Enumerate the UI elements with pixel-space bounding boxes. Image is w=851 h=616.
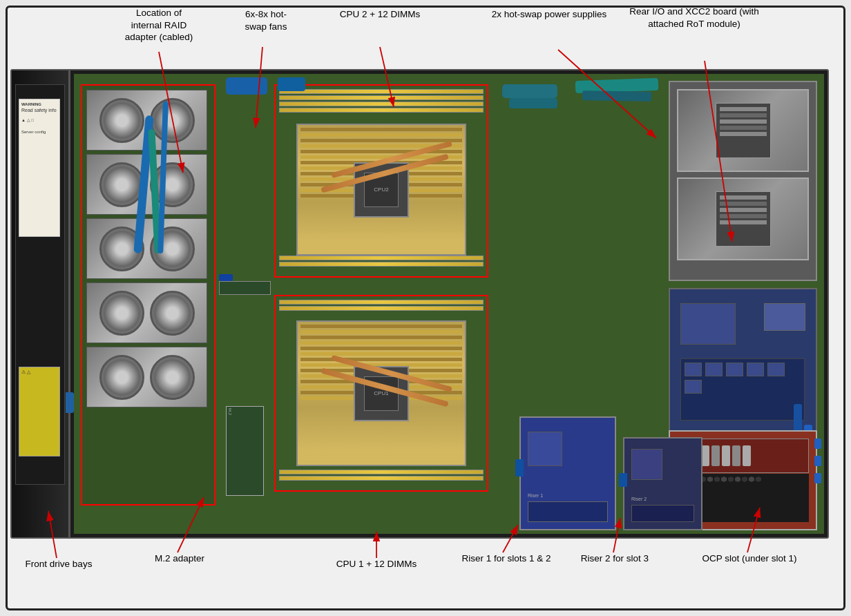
cpu1-box: CPU1: [274, 295, 488, 492]
drive-bay-area: WARNING Read safety info ▲ △ □ Server co…: [15, 84, 65, 485]
label-front-drive: Front drive bays: [21, 558, 97, 570]
riser1-card: Riser 1: [519, 416, 616, 530]
label-location-of: Location of internal RAID adapter (cable…: [104, 7, 214, 44]
label-m2-adapter: M.2 adapter: [138, 552, 221, 565]
front-panel: WARNING Read safety info ▲ △ □ Server co…: [12, 70, 70, 537]
label-rear-io: Rear I/O and XCC2 board (with attached R…: [622, 6, 767, 30]
server-chassis: WARNING Read safety info ▲ △ □ Server co…: [10, 69, 829, 539]
label-hot-swap-psu: 2x hot-swap power supplies: [484, 8, 615, 21]
main-pcb: M.2: [74, 74, 824, 534]
label-hot-swap-fans: 6x-8x hot-swap fans: [221, 8, 311, 32]
label-cpu1: CPU 1 + 12 DIMMs: [332, 558, 421, 570]
riser2-card: Riser 2: [623, 437, 702, 530]
label-ocp-slot: OCP slot (under slot 1): [698, 552, 801, 565]
label-cpu2: CPU 2 + 12 DIMMs: [338, 8, 421, 21]
cpu2-box: CPU2: [274, 84, 488, 278]
label-riser1: Riser 1 for slots 1 & 2: [461, 552, 551, 565]
m2-adapter-board: M.2: [226, 406, 264, 496]
psu-area: [669, 81, 817, 281]
label-riser2: Riser 2 for slot 3: [573, 552, 656, 565]
